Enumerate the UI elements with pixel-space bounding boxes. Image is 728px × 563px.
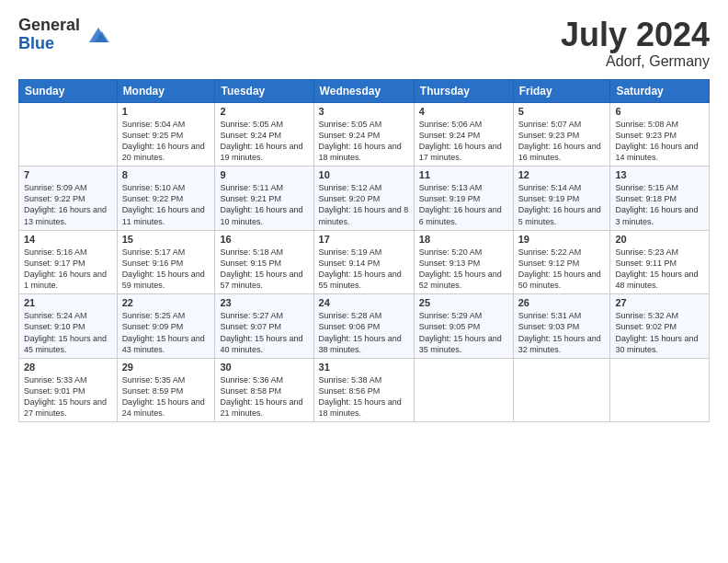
table-row — [513, 358, 610, 422]
title-block: July 2024 Adorf, Germany — [561, 17, 710, 70]
calendar-week-1: 1 Sunrise: 5:04 AMSunset: 9:25 PMDayligh… — [19, 102, 710, 167]
col-monday: Monday — [117, 79, 215, 102]
cell-details: Sunrise: 5:18 AMSunset: 9:15 PMDaylight:… — [220, 247, 308, 292]
calendar-week-4: 21 Sunrise: 5:24 AMSunset: 9:10 PMDaylig… — [19, 294, 710, 359]
calendar-header-row: Sunday Monday Tuesday Wednesday Thursday… — [19, 79, 710, 102]
page: General Blue July 2024 Adorf, Germany Su… — [0, 0, 728, 563]
table-row — [414, 358, 513, 422]
logo-icon — [85, 22, 111, 48]
day-number: 11 — [419, 169, 508, 180]
table-row: 30 Sunrise: 5:36 AMSunset: 8:58 PMDaylig… — [215, 358, 313, 422]
table-row: 20 Sunrise: 5:23 AMSunset: 9:11 PMDaylig… — [610, 230, 710, 294]
cell-details: Sunrise: 5:14 AMSunset: 9:19 PMDaylight:… — [518, 182, 606, 227]
day-number: 10 — [319, 169, 409, 180]
col-tuesday: Tuesday — [215, 79, 313, 102]
table-row: 3 Sunrise: 5:05 AMSunset: 9:24 PMDayligh… — [313, 102, 414, 167]
day-number: 13 — [615, 169, 704, 180]
day-number: 28 — [24, 362, 112, 373]
cell-details: Sunrise: 5:20 AMSunset: 9:13 PMDaylight:… — [419, 247, 508, 292]
calendar-table: Sunday Monday Tuesday Wednesday Thursday… — [18, 79, 710, 423]
cell-details: Sunrise: 5:16 AMSunset: 9:17 PMDaylight:… — [24, 247, 112, 292]
cell-details: Sunrise: 5:10 AMSunset: 9:22 PMDaylight:… — [122, 182, 210, 227]
cell-details: Sunrise: 5:32 AMSunset: 9:02 PMDaylight:… — [615, 310, 704, 355]
table-row: 1 Sunrise: 5:04 AMSunset: 9:25 PMDayligh… — [117, 102, 215, 167]
table-row: 13 Sunrise: 5:15 AMSunset: 9:18 PMDaylig… — [610, 167, 710, 231]
table-row: 23 Sunrise: 5:27 AMSunset: 9:07 PMDaylig… — [215, 294, 313, 359]
col-saturday: Saturday — [610, 79, 710, 102]
day-number: 17 — [319, 234, 409, 245]
table-row: 27 Sunrise: 5:32 AMSunset: 9:02 PMDaylig… — [610, 294, 710, 359]
table-row: 10 Sunrise: 5:12 AMSunset: 9:20 PMDaylig… — [313, 167, 414, 231]
cell-details: Sunrise: 5:24 AMSunset: 9:10 PMDaylight:… — [24, 310, 112, 355]
table-row: 31 Sunrise: 5:38 AMSunset: 8:56 PMDaylig… — [313, 358, 414, 422]
table-row: 6 Sunrise: 5:08 AMSunset: 9:23 PMDayligh… — [610, 102, 710, 167]
header: General Blue July 2024 Adorf, Germany — [18, 17, 710, 70]
logo-general-text: General — [18, 17, 80, 35]
cell-details: Sunrise: 5:08 AMSunset: 9:23 PMDaylight:… — [615, 119, 704, 164]
day-number: 25 — [419, 297, 508, 308]
day-number: 27 — [615, 297, 704, 308]
calendar-week-5: 28 Sunrise: 5:33 AMSunset: 9:01 PMDaylig… — [19, 358, 710, 422]
cell-details: Sunrise: 5:19 AMSunset: 9:14 PMDaylight:… — [319, 247, 409, 292]
day-number: 16 — [220, 234, 308, 245]
cell-details: Sunrise: 5:04 AMSunset: 9:25 PMDaylight:… — [122, 119, 210, 164]
table-row: 4 Sunrise: 5:06 AMSunset: 9:24 PMDayligh… — [414, 102, 513, 167]
table-row: 12 Sunrise: 5:14 AMSunset: 9:19 PMDaylig… — [513, 167, 610, 231]
table-row: 5 Sunrise: 5:07 AMSunset: 9:23 PMDayligh… — [513, 102, 610, 167]
day-number: 3 — [319, 106, 409, 117]
table-row: 19 Sunrise: 5:22 AMSunset: 9:12 PMDaylig… — [513, 230, 610, 294]
table-row: 29 Sunrise: 5:35 AMSunset: 8:59 PMDaylig… — [117, 358, 215, 422]
cell-details: Sunrise: 5:28 AMSunset: 9:06 PMDaylight:… — [319, 310, 409, 355]
table-row: 11 Sunrise: 5:13 AMSunset: 9:19 PMDaylig… — [414, 167, 513, 231]
table-row — [610, 358, 710, 422]
cell-details: Sunrise: 5:13 AMSunset: 9:19 PMDaylight:… — [419, 182, 508, 227]
day-number: 9 — [220, 169, 308, 180]
day-number: 22 — [122, 297, 210, 308]
table-row: 26 Sunrise: 5:31 AMSunset: 9:03 PMDaylig… — [513, 294, 610, 359]
cell-details: Sunrise: 5:23 AMSunset: 9:11 PMDaylight:… — [615, 247, 704, 292]
cell-details: Sunrise: 5:31 AMSunset: 9:03 PMDaylight:… — [518, 310, 606, 355]
cell-details: Sunrise: 5:33 AMSunset: 9:01 PMDaylight:… — [24, 374, 112, 419]
cell-details: Sunrise: 5:05 AMSunset: 9:24 PMDaylight:… — [220, 119, 308, 164]
day-number: 23 — [220, 297, 308, 308]
day-number: 12 — [518, 169, 606, 180]
day-number: 20 — [615, 234, 704, 245]
cell-details: Sunrise: 5:05 AMSunset: 9:24 PMDaylight:… — [319, 119, 409, 164]
table-row: 21 Sunrise: 5:24 AMSunset: 9:10 PMDaylig… — [19, 294, 118, 359]
day-number: 15 — [122, 234, 210, 245]
cell-details: Sunrise: 5:29 AMSunset: 9:05 PMDaylight:… — [419, 310, 508, 355]
table-row: 9 Sunrise: 5:11 AMSunset: 9:21 PMDayligh… — [215, 167, 313, 231]
table-row: 17 Sunrise: 5:19 AMSunset: 9:14 PMDaylig… — [313, 230, 414, 294]
cell-details: Sunrise: 5:27 AMSunset: 9:07 PMDaylight:… — [220, 310, 308, 355]
table-row: 18 Sunrise: 5:20 AMSunset: 9:13 PMDaylig… — [414, 230, 513, 294]
logo-blue-text: Blue — [18, 35, 80, 53]
table-row: 22 Sunrise: 5:25 AMSunset: 9:09 PMDaylig… — [117, 294, 215, 359]
col-friday: Friday — [513, 79, 610, 102]
table-row — [19, 102, 118, 167]
day-number: 18 — [419, 234, 508, 245]
col-sunday: Sunday — [19, 79, 118, 102]
cell-details: Sunrise: 5:15 AMSunset: 9:18 PMDaylight:… — [615, 182, 704, 227]
day-number: 30 — [220, 362, 308, 373]
cell-details: Sunrise: 5:38 AMSunset: 8:56 PMDaylight:… — [319, 374, 409, 419]
day-number: 31 — [319, 362, 409, 373]
cell-details: Sunrise: 5:09 AMSunset: 9:22 PMDaylight:… — [24, 182, 112, 227]
table-row: 8 Sunrise: 5:10 AMSunset: 9:22 PMDayligh… — [117, 167, 215, 231]
col-thursday: Thursday — [414, 79, 513, 102]
table-row: 16 Sunrise: 5:18 AMSunset: 9:15 PMDaylig… — [215, 230, 313, 294]
table-row: 25 Sunrise: 5:29 AMSunset: 9:05 PMDaylig… — [414, 294, 513, 359]
day-number: 26 — [518, 297, 606, 308]
day-number: 4 — [419, 106, 508, 117]
calendar-week-2: 7 Sunrise: 5:09 AMSunset: 9:22 PMDayligh… — [19, 167, 710, 231]
day-number: 6 — [615, 106, 704, 117]
table-row: 14 Sunrise: 5:16 AMSunset: 9:17 PMDaylig… — [19, 230, 118, 294]
cell-details: Sunrise: 5:12 AMSunset: 9:20 PMDaylight:… — [319, 182, 409, 227]
cell-details: Sunrise: 5:36 AMSunset: 8:58 PMDaylight:… — [220, 374, 308, 419]
day-number: 8 — [122, 169, 210, 180]
day-number: 21 — [24, 297, 112, 308]
day-number: 2 — [220, 106, 308, 117]
cell-details: Sunrise: 5:35 AMSunset: 8:59 PMDaylight:… — [122, 374, 210, 419]
day-number: 1 — [122, 106, 210, 117]
day-number: 29 — [122, 362, 210, 373]
logo: General Blue — [18, 17, 111, 53]
